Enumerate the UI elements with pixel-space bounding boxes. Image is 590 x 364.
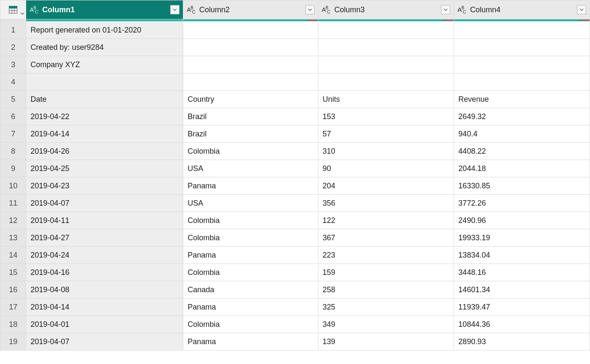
- cell[interactable]: [318, 73, 454, 91]
- cell[interactable]: [454, 56, 590, 73]
- table-row[interactable]: 112019-04-07USA3563772.26: [0, 195, 590, 212]
- cell[interactable]: 258: [318, 281, 454, 299]
- cell[interactable]: 2019-04-14: [26, 125, 183, 143]
- row-number[interactable]: 8: [0, 143, 26, 160]
- cell[interactable]: Colombia: [183, 212, 318, 229]
- table-row[interactable]: 82019-04-26Colombia3104408.22: [0, 143, 590, 160]
- cell[interactable]: 14601.34: [454, 281, 590, 299]
- cell[interactable]: 2019-04-24: [26, 247, 183, 264]
- row-number[interactable]: 14: [0, 247, 26, 264]
- cell[interactable]: 349: [318, 316, 454, 333]
- cell[interactable]: 90: [318, 160, 454, 177]
- cell[interactable]: Panama: [183, 177, 318, 195]
- table-row[interactable]: 122019-04-11Colombia1222490.96: [0, 212, 590, 229]
- cell[interactable]: Colombia: [183, 229, 318, 247]
- cell[interactable]: 2019-04-07: [26, 333, 183, 350]
- cell[interactable]: 3772.26: [454, 195, 590, 212]
- cell[interactable]: [183, 22, 318, 39]
- cell[interactable]: 356: [318, 195, 454, 212]
- column-header-column4[interactable]: ABC Column4: [454, 0, 590, 19]
- cell[interactable]: 2490.96: [454, 212, 590, 229]
- cell[interactable]: 2890.93: [454, 333, 590, 350]
- cell[interactable]: 3448.16: [454, 264, 590, 281]
- cell[interactable]: 16330.85: [454, 177, 590, 195]
- table-row[interactable]: 132019-04-27Colombia36719933.19: [0, 229, 590, 247]
- cell[interactable]: [454, 73, 590, 91]
- cell[interactable]: 940.4: [454, 125, 590, 143]
- cell[interactable]: 2019-04-26: [26, 143, 183, 160]
- cell[interactable]: 204: [318, 177, 454, 195]
- row-number[interactable]: 10: [0, 177, 26, 195]
- cell[interactable]: 223: [318, 247, 454, 264]
- table-row[interactable]: 92019-04-25USA902044.18: [0, 160, 590, 177]
- column-header-column3[interactable]: ABC Column3: [318, 0, 454, 19]
- cell[interactable]: 2019-04-16: [26, 264, 183, 281]
- column-filter-dropdown[interactable]: [577, 5, 586, 14]
- cell[interactable]: 122: [318, 212, 454, 229]
- column-header-column2[interactable]: ABC Column2: [183, 0, 318, 19]
- table-row[interactable]: 152019-04-16Colombia1593448.16: [0, 264, 590, 281]
- select-all-corner[interactable]: [0, 0, 26, 19]
- table-row[interactable]: 2Created by: user9284: [0, 39, 590, 56]
- cell[interactable]: [183, 39, 318, 56]
- cell[interactable]: 2019-04-25: [26, 160, 183, 177]
- cell[interactable]: [318, 39, 454, 56]
- cell[interactable]: 2019-04-11: [26, 212, 183, 229]
- cell[interactable]: USA: [183, 160, 318, 177]
- cell[interactable]: [318, 22, 454, 39]
- cell[interactable]: 2019-04-23: [26, 177, 183, 195]
- cell[interactable]: Panama: [183, 299, 318, 316]
- cell[interactable]: 2019-04-01: [26, 316, 183, 333]
- cell[interactable]: 325: [318, 299, 454, 316]
- cell[interactable]: Brazil: [183, 108, 318, 125]
- cell[interactable]: Brazil: [183, 125, 318, 143]
- table-row[interactable]: 182019-04-01Colombia34910844.36: [0, 316, 590, 333]
- cell[interactable]: Created by: user9284: [26, 39, 183, 56]
- cell[interactable]: Country: [183, 91, 318, 108]
- cell[interactable]: 13834.04: [454, 247, 590, 264]
- cell[interactable]: [26, 73, 183, 91]
- row-number[interactable]: 13: [0, 229, 26, 247]
- table-row[interactable]: 62019-04-22Brazil1532649.32: [0, 108, 590, 125]
- cell[interactable]: 57: [318, 125, 454, 143]
- row-number[interactable]: 6: [0, 108, 26, 125]
- table-row[interactable]: 172019-04-14Panama32511939.47: [0, 299, 590, 316]
- cell[interactable]: 159: [318, 264, 454, 281]
- row-number[interactable]: 5: [0, 91, 26, 108]
- row-number[interactable]: 12: [0, 212, 26, 229]
- column-filter-dropdown[interactable]: [305, 5, 315, 14]
- row-number[interactable]: 7: [0, 125, 26, 143]
- column-header-column1[interactable]: ABC Column1: [26, 0, 183, 19]
- cell[interactable]: USA: [183, 195, 318, 212]
- cell[interactable]: 10844.36: [454, 316, 590, 333]
- cell[interactable]: [454, 22, 590, 39]
- row-number[interactable]: 2: [0, 39, 26, 56]
- cell[interactable]: 11939.47: [454, 299, 590, 316]
- table-row[interactable]: 102019-04-23Panama20416330.85: [0, 177, 590, 195]
- cell[interactable]: Revenue: [454, 91, 590, 108]
- cell[interactable]: 310: [318, 143, 454, 160]
- cell[interactable]: [454, 39, 590, 56]
- row-number[interactable]: 9: [0, 160, 26, 177]
- row-number[interactable]: 15: [0, 264, 26, 281]
- table-row[interactable]: 192019-04-07Panama1392890.93: [0, 333, 590, 350]
- row-number[interactable]: 11: [0, 195, 26, 212]
- row-number[interactable]: 17: [0, 299, 26, 316]
- cell[interactable]: [183, 73, 318, 91]
- cell[interactable]: 153: [318, 108, 454, 125]
- table-row[interactable]: 4: [0, 73, 590, 91]
- cell[interactable]: [183, 56, 318, 73]
- row-number[interactable]: 18: [0, 316, 26, 333]
- cell[interactable]: Units: [318, 91, 454, 108]
- cell[interactable]: Colombia: [183, 316, 318, 333]
- cell[interactable]: 2019-04-14: [26, 299, 183, 316]
- column-filter-dropdown[interactable]: [170, 5, 179, 14]
- table-row[interactable]: 72019-04-14Brazil57940.4: [0, 125, 590, 143]
- row-number[interactable]: 3: [0, 56, 26, 73]
- table-row[interactable]: 5DateCountryUnitsRevenue: [0, 91, 590, 108]
- cell[interactable]: 2044.18: [454, 160, 590, 177]
- table-menu-dropdown[interactable]: [20, 9, 24, 18]
- cell[interactable]: 4408.22: [454, 143, 590, 160]
- row-number[interactable]: 4: [0, 73, 26, 91]
- cell[interactable]: [318, 56, 454, 73]
